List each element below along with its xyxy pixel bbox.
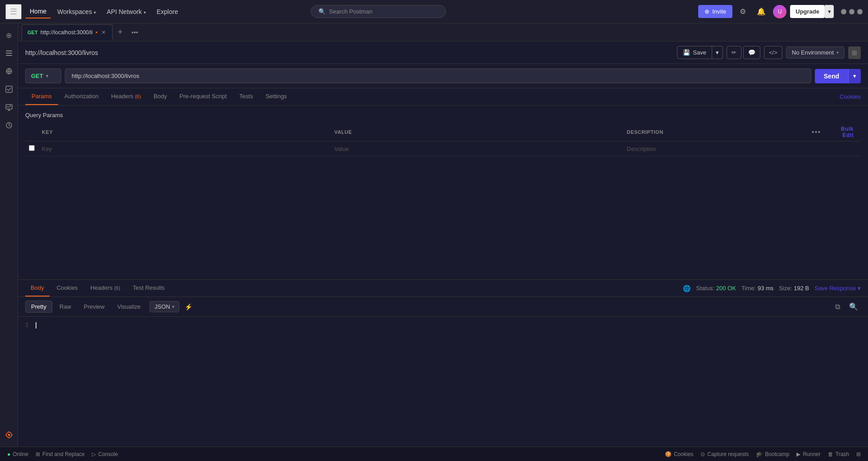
runner-button[interactable]: ▶ Runner <box>796 451 820 457</box>
window-close-button[interactable]: ✕ <box>857 9 863 14</box>
console-button[interactable]: ▷ Console <box>92 451 118 457</box>
environment-icon-button[interactable]: ⊞ <box>848 46 861 59</box>
params-col-desc: DESCRIPTION <box>623 123 807 141</box>
params-checkbox[interactable] <box>29 145 35 151</box>
svg-point-11 <box>8 434 10 436</box>
request-tab[interactable]: GET http://localhost:3000/li ● ✕ <box>22 24 113 41</box>
tab-authorization[interactable]: Authorization <box>58 88 105 105</box>
send-button[interactable]: Send <box>815 69 848 83</box>
invite-button[interactable]: ⊕ Invite <box>698 5 732 18</box>
menu-button[interactable]: ☰ <box>5 4 22 19</box>
code-button[interactable]: </> <box>764 46 782 59</box>
save-button[interactable]: 💾 Save <box>677 46 712 59</box>
edit-button[interactable]: ✏ <box>727 46 741 59</box>
nav-explore[interactable]: Explore <box>152 5 182 18</box>
search-bar[interactable]: 🔍 Search Postman <box>311 5 446 18</box>
sidebar-icon-environments[interactable] <box>1 63 17 79</box>
resp-tab-body[interactable]: Body <box>25 280 50 297</box>
capture-icon: ⊙ <box>700 451 705 457</box>
sidebar-icon-mock[interactable] <box>1 81 17 97</box>
save-button-group: 💾 Save ▾ <box>677 46 723 59</box>
format-tab-raw[interactable]: Raw <box>54 301 77 312</box>
comment-button[interactable]: 💬 <box>743 46 760 59</box>
tab-close-button[interactable]: ✕ <box>100 28 107 37</box>
bootcamp-button[interactable]: 🎓 Bootcamp <box>756 451 789 457</box>
search-placeholder: Search Postman <box>329 8 373 15</box>
format-tab-visualize[interactable]: Visualize <box>112 301 146 312</box>
bell-icon: 🔔 <box>757 8 766 15</box>
params-value-input[interactable] <box>334 146 619 152</box>
resp-tab-test-results[interactable]: Test Results <box>127 280 170 297</box>
capture-requests-button[interactable]: ⊙ Capture requests <box>700 451 749 457</box>
sidebar-icon-collections[interactable] <box>1 45 17 61</box>
tab-params[interactable]: Params <box>25 88 58 105</box>
params-more-button[interactable]: ••• <box>812 128 821 136</box>
save-dropdown-button[interactable]: ▾ <box>712 46 723 59</box>
search-response-button[interactable]: 🔍 <box>846 301 861 313</box>
send-arrow-icon: ▾ <box>853 73 856 79</box>
topbar: ☰ Home Workspaces ▾ API Network ▾ Explor… <box>0 0 868 23</box>
code-line-1: 1 <box>25 322 861 329</box>
avatar[interactable]: U <box>773 5 786 18</box>
resp-tab-cookies[interactable]: Cookies <box>51 280 83 297</box>
resp-tab-headers[interactable]: Headers (6) <box>85 280 126 297</box>
sidebar-icons: ⊕ <box>0 23 18 447</box>
tabs-more-button[interactable]: ••• <box>128 27 142 38</box>
method-selector[interactable]: GET ▾ <box>25 68 61 83</box>
copy-response-button[interactable]: ⧉ <box>832 301 843 313</box>
url-input[interactable] <box>65 68 811 83</box>
workspaces-arrow-icon: ▾ <box>94 10 96 15</box>
window-maximize-button[interactable]: □ <box>849 9 854 14</box>
nav-api-network[interactable]: API Network ▾ <box>102 5 150 18</box>
format-tab-pretty[interactable]: Pretty <box>25 301 52 313</box>
sidebar-icon-new[interactable]: ⊕ <box>1 27 17 43</box>
globe-icon[interactable]: 🌐 <box>683 285 691 292</box>
params-desc-input[interactable] <box>627 146 804 152</box>
new-tab-button[interactable]: + <box>114 26 127 39</box>
edit-icons: ✏ 💬 <box>727 46 760 59</box>
sidebar-icon-monitors[interactable] <box>1 99 17 115</box>
mock-servers-icon <box>5 85 13 93</box>
online-icon: ● <box>7 451 10 457</box>
tab-headers[interactable]: Headers (6) <box>105 88 147 105</box>
params-key-input[interactable] <box>42 146 327 152</box>
method-label: GET <box>31 73 43 79</box>
tab-body[interactable]: Body <box>147 88 173 105</box>
bulk-edit-button[interactable]: Bulk Edit <box>841 126 854 138</box>
upgrade-chevron-icon: ▾ <box>828 8 831 15</box>
sidebar-icon-satellite[interactable] <box>1 427 17 443</box>
nav-workspaces[interactable]: Workspaces ▾ <box>53 5 100 18</box>
tab-unsaved-dot: ● <box>95 30 98 34</box>
format-tab-preview[interactable]: Preview <box>78 301 110 312</box>
json-format-selector[interactable]: JSON ▾ <box>150 301 179 312</box>
cookies-icon: 🍪 <box>665 451 672 457</box>
save-response-button[interactable]: Save Response ▾ <box>814 285 861 292</box>
response-size: Size: 192 B <box>779 285 809 292</box>
upgrade-arrow-button[interactable]: ▾ <box>825 5 834 18</box>
notifications-button[interactable]: 🔔 <box>753 5 769 18</box>
settings-button[interactable]: ⚙ <box>736 5 750 18</box>
filter-icon[interactable]: ⚡ <box>181 301 196 313</box>
find-replace-button[interactable]: ⊞ Find and Replace <box>36 451 85 457</box>
sidebar-icon-history[interactable] <box>1 117 17 133</box>
nav-home[interactable]: Home <box>25 5 51 18</box>
status-online[interactable]: ● Online <box>7 451 28 457</box>
send-dropdown-button[interactable]: ▾ <box>848 69 861 83</box>
grid-button[interactable]: ⊞ <box>856 451 861 457</box>
upgrade-button[interactable]: Upgrade <box>790 5 825 18</box>
cookies-button[interactable]: 🍪 Cookies <box>665 451 693 457</box>
response-area: Body Cookies Headers (6) Test Results 🌐 … <box>18 279 868 447</box>
params-row-value <box>331 141 623 156</box>
invite-icon: ⊕ <box>704 8 709 15</box>
code-icon: </> <box>769 49 777 56</box>
search-icon: 🔍 <box>318 8 326 15</box>
cookies-link[interactable]: Cookies <box>840 93 861 100</box>
tab-tests[interactable]: Tests <box>233 88 259 105</box>
window-minimize-button[interactable]: − <box>841 9 846 14</box>
tab-pre-request-script[interactable]: Pre-request Script <box>173 88 233 105</box>
tab-settings[interactable]: Settings <box>259 88 293 105</box>
trash-button[interactable]: 🗑 Trash <box>828 451 849 457</box>
environment-selector[interactable]: No Environment ▾ <box>786 46 845 59</box>
response-tabs-bar: Body Cookies Headers (6) Test Results 🌐 … <box>18 280 868 297</box>
save-icon: 💾 <box>683 49 690 56</box>
